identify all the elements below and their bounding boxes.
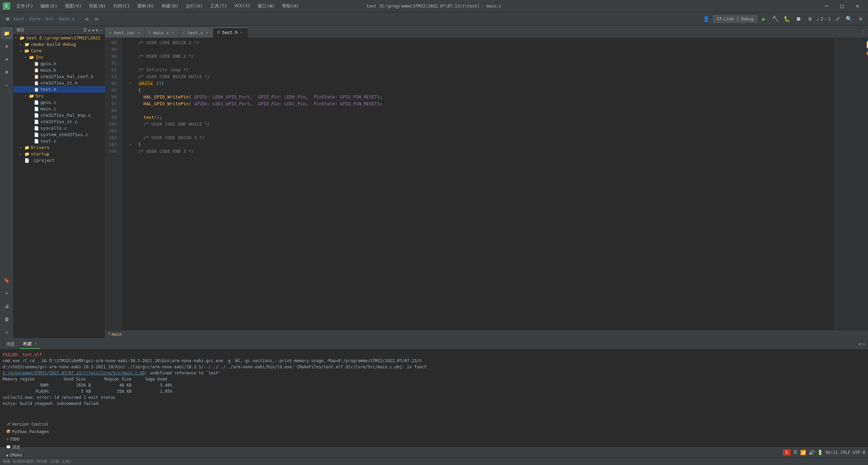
panel-collapse-btn[interactable]: — <box>100 28 102 33</box>
run-button[interactable]: ▶ <box>759 14 769 24</box>
build-error-link[interactable]: E:/programme/STM32/2022.07/07.13/t/test/… <box>3 371 145 375</box>
breadcrumb-src[interactable]: Src <box>45 16 53 21</box>
tree-item-.cproject[interactable]: 📄.cproject <box>14 157 105 164</box>
menu-item-T[interactable]: 工具(T) <box>207 2 230 11</box>
tab-more-button[interactable]: ⋮ <box>858 29 868 34</box>
lang-indicator[interactable]: 英 <box>793 449 797 455</box>
code-editor[interactable]: 888990919293949596979899100101102103104 … <box>105 38 868 330</box>
tree-item-startup[interactable]: ▸📁startup <box>14 151 105 157</box>
minimize-button[interactable]: ─ <box>818 0 834 12</box>
tree-item-Drivers[interactable]: ▸📁Drivers <box>14 144 105 151</box>
menu-item-VCSS[interactable]: VCS(S) <box>231 2 254 11</box>
build-button[interactable]: 🔨 <box>771 14 780 24</box>
project-icon[interactable]: ⊞ <box>3 14 12 24</box>
tree-item-main.h[interactable]: 📋main.h <box>14 67 105 73</box>
panel-layout-btn[interactable]: ≡ <box>92 28 94 33</box>
tree-item-cmake-build[interactable]: ▸📁cmake-build-debug <box>14 41 105 48</box>
line-ending[interactable]: CRLF <box>841 450 850 455</box>
sidebar-settings-icon[interactable]: ⚙ <box>1 66 13 78</box>
tree-item-main.c[interactable]: 📄main.c <box>14 106 105 112</box>
tree-item-Inc[interactable]: ▾📂Inc <box>14 54 105 60</box>
tree-item-stm32f1xx_it.c[interactable]: 📄stm32f1xx_it.c <box>14 118 105 125</box>
back-button[interactable]: ◁ <box>82 14 91 24</box>
fold-gutter-103[interactable]: ▾ <box>127 141 133 148</box>
breadcrumb-core[interactable]: Core <box>29 16 40 21</box>
debug-button[interactable]: 🐛 <box>782 14 792 24</box>
tab-test.ioc[interactable]: ⚙test.ioc✕ <box>105 27 145 38</box>
footer-tab-VersionControl[interactable]: ⎇Version Control <box>3 421 52 428</box>
nav-button[interactable]: ≡ <box>856 14 865 24</box>
tab-test.h[interactable]: Htest.h✕ <box>213 27 248 38</box>
sidebar-add-icon[interactable]: ＋ <box>1 287 13 299</box>
bottom-tab-messages[interactable]: 消息 <box>3 340 18 349</box>
tree-item-stm32f1xx_it.h[interactable]: 📋stm32f1xx_it.h <box>14 80 105 86</box>
footer-tab-TODO[interactable]: ☑TODO <box>3 435 52 443</box>
bottom-panel-controls[interactable]: ⚙ ✕ <box>859 341 865 347</box>
panel-expand-btn[interactable]: ⇄ <box>88 28 91 33</box>
tab-close-main.c[interactable]: ✕ <box>171 30 175 35</box>
breadcrumb-mainc[interactable]: main.c <box>59 16 75 21</box>
menu-item-N[interactable]: 导航(N) <box>85 2 109 11</box>
sidebar-bottom-icon[interactable]: ↓ <box>1 326 13 338</box>
search-button[interactable]: 🔍 <box>844 14 854 24</box>
fold-gutter-94[interactable]: ▾ <box>127 80 133 87</box>
menu-item-R[interactable]: 重构(R) <box>134 2 157 11</box>
close-button[interactable]: ✕ <box>850 0 865 12</box>
expand-icon-startup[interactable]: ▸ <box>20 152 24 156</box>
code-content[interactable]: /* USER CODE BEGIN 2 */ /* USER CODE END… <box>122 38 834 330</box>
tree-item-gpio.h[interactable]: 📋gpio.h <box>14 60 105 67</box>
tree-item-gpio.c[interactable]: 📄gpio.c <box>14 99 105 106</box>
bottom-close-icon[interactable]: ✕ <box>863 341 865 347</box>
expand-icon-Drivers[interactable]: ▸ <box>20 146 24 149</box>
sidebar-compare-icon[interactable]: ⇌ <box>1 53 13 65</box>
tab-close-test.ioc[interactable]: ✕ <box>137 30 140 35</box>
sidebar-bookmark-icon[interactable]: 🔖 <box>1 274 13 286</box>
expand-button[interactable]: ⤢ <box>833 14 842 24</box>
tree-item-Src[interactable]: ▾📂Src <box>14 93 105 99</box>
menu-item-H[interactable]: 帮助(H) <box>279 2 302 11</box>
tree-item-stm32f1xx_hal_msp.c[interactable]: 📄stm32f1xx_hal_msp.c <box>14 112 105 118</box>
menu-item-W[interactable]: 窗口(W) <box>254 2 278 11</box>
expand-icon-Inc[interactable]: ▾ <box>24 55 29 59</box>
menu-item-F[interactable]: 文件(F) <box>13 2 36 11</box>
sidebar-project-icon[interactable]: 📁 <box>1 27 13 39</box>
expand-icon-Core[interactable]: ▾ <box>20 49 24 53</box>
tree-item-test.h[interactable]: 📋test.h <box>14 86 105 93</box>
restore-button[interactable]: □ <box>834 0 850 12</box>
ime-indicator[interactable]: S <box>783 449 791 455</box>
window-controls[interactable]: ─ □ ✕ <box>818 0 865 12</box>
encoding[interactable]: UTF-8 <box>853 450 865 455</box>
stop-button[interactable]: ⏹ <box>794 14 803 24</box>
tree-item-Core[interactable]: ▾📂Core <box>14 48 105 54</box>
sidebar-minus-icon[interactable]: — <box>1 79 13 91</box>
footer-tab-消息[interactable]: 💬消息 <box>3 443 52 451</box>
tree-item-test.c[interactable]: 📄test.c <box>14 138 105 144</box>
tree-item-system_stm32f1xx.c[interactable]: 📄system_stm32f1xx.c <box>14 131 105 138</box>
settings-button[interactable]: ⚙ <box>805 14 815 24</box>
user-icon[interactable]: 👤 <box>702 14 711 24</box>
expand-icon-test-root[interactable]: ▾ <box>15 36 20 40</box>
menu-item-C[interactable]: 代码(C) <box>110 2 133 11</box>
tab-test.c[interactable]: Ctest.c✕ <box>179 27 213 38</box>
bottom-settings-icon[interactable]: ⚙ <box>859 341 861 347</box>
tab-close-test.h[interactable]: ✕ <box>240 30 243 35</box>
breadcrumb-test[interactable]: test <box>14 16 24 21</box>
sidebar-trash-icon[interactable]: 🗑 <box>1 313 13 325</box>
stlink-button[interactable]: ST-Link | Debug <box>713 15 757 23</box>
sidebar-print-icon[interactable]: 🖨 <box>1 300 13 312</box>
menu-item-B[interactable]: 构建(B) <box>158 2 182 11</box>
menu-item-E[interactable]: 编辑(E) <box>37 2 60 11</box>
menu-item-V[interactable]: 视图(V) <box>61 2 85 11</box>
bottom-tab-build[interactable]: 构建 ✕ <box>20 339 40 349</box>
tree-item-syscalls.c[interactable]: 📄syscalls.c <box>14 125 105 131</box>
panel-settings-btn[interactable]: ⚙ <box>96 28 98 33</box>
footer-tab-PythonPackages[interactable]: 📦Python Packages <box>3 428 52 435</box>
tab-close-test.c[interactable]: ✕ <box>205 30 209 35</box>
tree-item-test-root[interactable]: ▾📂test E:\programme\STM32\2022 <box>14 35 105 41</box>
expand-icon-cmake-build[interactable]: ▸ <box>20 42 24 46</box>
build-tab-close[interactable]: ✕ <box>35 341 37 346</box>
menu-item-U[interactable]: 运行(U) <box>182 2 206 11</box>
tab-main.c[interactable]: Cmain.c✕ <box>145 27 179 38</box>
panel-menu-btn[interactable]: ☰ <box>83 28 87 33</box>
expand-icon-Src[interactable]: ▾ <box>24 94 29 98</box>
